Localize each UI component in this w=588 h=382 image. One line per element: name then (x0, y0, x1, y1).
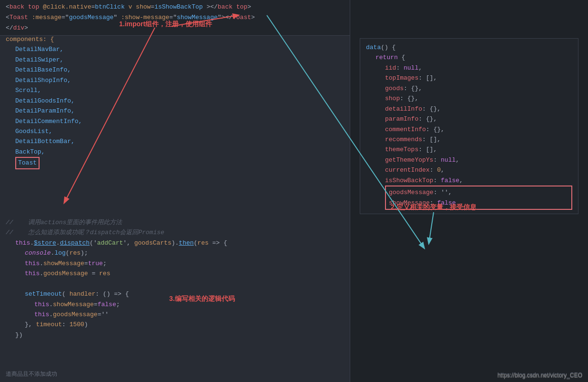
bottom-code-area: // 调用actions里面的事件用此方法 // 怎么知道添加成功呢？dispa… (0, 216, 350, 342)
bottom-code-block: // 调用actions里面的事件用此方法 // 怎么知道添加成功呢？dispa… (0, 216, 350, 342)
comp-detailbaseinfo: DetailBaseInfo, (6, 65, 345, 75)
comp-detailnav: DetailNavBar, (6, 44, 345, 54)
comp-toast-line: Toast (6, 157, 345, 169)
comp-toast: Toast (18, 159, 37, 166)
components-block: components: { DetailNavBar, DetailSwiper… (0, 32, 350, 171)
main-container: <back top @click.native=btnClick v show=… (0, 0, 588, 382)
right-panel: data() { return { iid: null, topImages: … (350, 0, 588, 382)
comp-detailshopinfo: DetailShopInfo, (6, 75, 345, 85)
empty-line (6, 279, 345, 289)
show-message-line: this.showMessage=true; (6, 258, 345, 268)
goodsmessage-line: goodsMessage: '', (389, 187, 568, 197)
currentindex-line: currentIndex: 0, (366, 165, 572, 175)
annotation3-label: 3.编写相关的逻辑代码 (169, 295, 235, 303)
comp-detailcommentinfo: DetailCommentInfo, (6, 116, 345, 126)
bottom-scroll-text: 道商品且不添加成功 (0, 370, 493, 378)
comp-goodslist: GoodsList, (6, 126, 345, 136)
comp-detailgoodsinfo: DetailGoodsInfo, (6, 96, 345, 106)
header-code: <back top @click.native=btnClick v show=… (0, 0, 350, 36)
themetops-line: themeTops: [], (366, 145, 572, 155)
comp-detailparaminfo: DetailParamInfo, (6, 106, 345, 116)
comment1: // 调用actions里面的事件用此方法 (6, 217, 345, 227)
iid-line: iid: null, (366, 63, 572, 73)
detailinfo-line: detailInfo: {}, (366, 104, 572, 114)
components-area: components: { DetailNavBar, DetailSwiper… (0, 29, 350, 171)
comp-scroll: Scroll, (6, 85, 345, 95)
left-panel: <back top @click.native=btnClick v show=… (0, 0, 350, 382)
commentinfo-line: commentInfo: {}, (366, 124, 572, 134)
console-line: console.log(res); (6, 248, 345, 258)
settimeout-2: this.goodsMessage='' (6, 310, 345, 320)
recommends-line: recommends: [], (366, 134, 572, 145)
return-line: return { (366, 52, 572, 62)
shop-line: shop: {}, (366, 93, 572, 103)
header-line1: <back top @click.native=btnClick v show=… (6, 2, 345, 12)
dispatch-line: this.$store.dispatch('addCart', goodsCar… (6, 238, 345, 248)
comment2: // 怎么知道添加成功呢？dispatch会返回Promise (6, 227, 345, 237)
comp-backtop: BackTop, (6, 147, 345, 157)
data-fn-line: data() { (366, 42, 572, 52)
goods-line: goods: {}, (366, 83, 572, 93)
annotation1-label: 1.import组件，注册，使用组件 (119, 20, 212, 29)
getthemeyopys-line: getThemeYopYs: null, (366, 155, 572, 165)
right-code-block: data() { return { iid: null, topImages: … (360, 38, 578, 214)
topimages-line: topImages: [], (366, 73, 572, 83)
url-bottom: https://blog.csdn.net/victory_CEO (497, 372, 582, 379)
toast-highlight-box: Toast (15, 157, 40, 169)
closing-brace: }) (6, 330, 345, 340)
annotation2-label: 2.定义相关的变量，接受信息 (391, 203, 476, 212)
paraminfo-line: paramInfo: {}, (366, 114, 572, 124)
settimeout-end: }, timeout: 1500) (6, 320, 345, 330)
isshowbacktop-line: isShowBackTop: false, (366, 176, 572, 186)
comp-detailbottombar: DetailBottomBar, (6, 136, 345, 146)
goods-message-line: this.goodsMessage = res (6, 268, 345, 279)
comp-detailswiper: DetailSwiper, (6, 55, 345, 65)
